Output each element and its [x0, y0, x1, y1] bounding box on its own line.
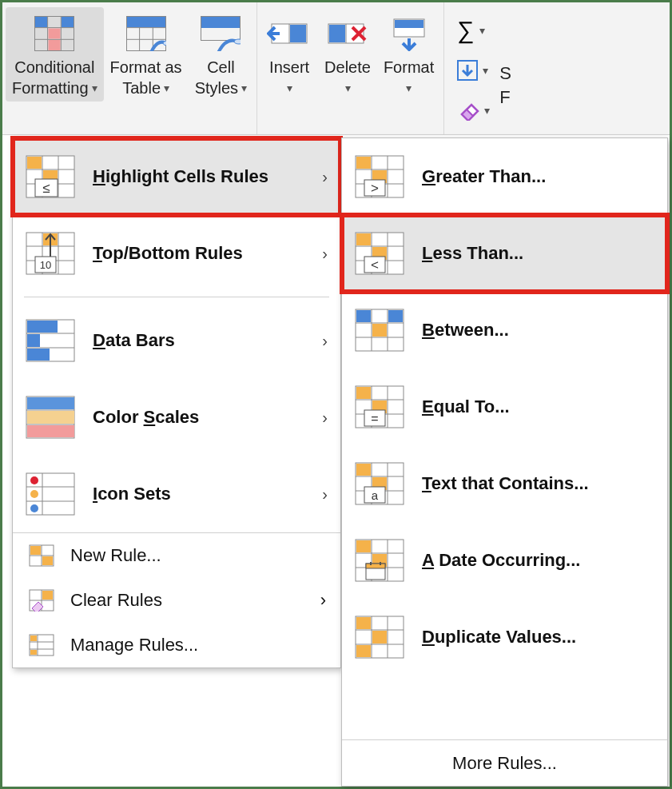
submenu-equal-to[interactable]: = Equal To... [342, 369, 667, 445]
submenu-less-than[interactable]: < Less Than... [342, 215, 667, 292]
chevron-down-icon: ▾ [92, 78, 97, 98]
submenu-duplicate-values[interactable]: Duplicate Values... [342, 599, 667, 675]
menu-clear-rules[interactable]: Clear Rules › [13, 578, 340, 623]
chevron-right-icon: › [322, 485, 328, 504]
label: Between... [422, 320, 654, 341]
label: Cell [207, 57, 234, 78]
autosum-button[interactable]: ∑ ▾ [457, 12, 490, 49]
svg-rect-78 [30, 650, 37, 655]
svg-rect-141 [356, 645, 371, 657]
svg-rect-68 [42, 556, 53, 565]
label: Table [122, 78, 161, 98]
format-button[interactable]: Format ▾ [377, 7, 440, 102]
insert-button[interactable]: Insert ▾ [260, 7, 318, 102]
label: Text that Contains... [422, 473, 654, 494]
eraser-icon [457, 100, 479, 121]
new-rule-icon [27, 543, 56, 568]
submenu-date-occurring[interactable]: A Date Occurring... [342, 522, 667, 599]
svg-rect-49 [27, 334, 40, 347]
clear-button[interactable]: ▾ [457, 92, 490, 129]
menu-top-bottom-rules[interactable]: 10 Top/Bottom Rules › [13, 215, 340, 292]
label: Data Bars [93, 330, 304, 351]
svg-rect-26 [395, 20, 423, 28]
svg-rect-8 [49, 40, 61, 50]
app-frame: Conditional Formatting ▾ [0, 0, 672, 789]
greater-than-icon: > [355, 155, 404, 198]
label: Format as [110, 57, 182, 78]
svg-rect-103 [388, 310, 403, 322]
svg-rect-24 [329, 25, 345, 42]
submenu-text-contains[interactable]: a Text that Contains... [342, 445, 667, 522]
menu-manage-rules[interactable]: Manage Rules... [13, 623, 340, 667]
label: A Date Occurring... [422, 550, 654, 571]
chevron-down-icon: ▾ [483, 64, 488, 77]
fill-button[interactable]: ▾ [457, 52, 490, 89]
svg-rect-50 [27, 349, 50, 361]
ribbon-group-editing: ∑ ▾ ▾ ▾ [444, 2, 521, 134]
svg-rect-77 [30, 636, 37, 641]
svg-rect-140 [372, 631, 387, 644]
svg-rect-131 [366, 564, 385, 568]
conditional-formatting-button[interactable]: Conditional Formatting ▾ [6, 7, 104, 102]
svg-rect-54 [27, 397, 74, 409]
label: Delete [324, 57, 371, 78]
svg-rect-93 [356, 233, 371, 245]
svg-text:>: > [371, 181, 379, 196]
label: Format [384, 57, 434, 78]
svg-rect-7 [49, 29, 61, 39]
chevron-right-icon: › [322, 408, 328, 427]
sigma-icon: ∑ [457, 17, 474, 44]
conditional-formatting-icon [32, 12, 77, 55]
cell-styles-button[interactable]: Cell Styles ▾ [189, 7, 253, 102]
svg-rect-72 [42, 591, 53, 600]
submenu-more-rules[interactable]: More Rules... [342, 739, 667, 786]
text-contains-icon: a [355, 462, 404, 505]
menu-icon-sets[interactable]: Icon Sets › [13, 456, 340, 532]
svg-rect-33 [27, 157, 42, 169]
date-occurring-icon [355, 539, 404, 582]
chevron-right-icon: › [320, 590, 326, 611]
label: Greater Than... [422, 166, 654, 187]
conditional-formatting-menu: ≤ Highlight Cells Rules › 10 Top/Bottom … [12, 137, 341, 668]
ribbon: Conditional Formatting ▾ [2, 2, 670, 135]
chevron-right-icon: › [322, 168, 328, 186]
less-than-icon: < [355, 232, 404, 275]
label: Less Than... [422, 243, 654, 264]
submenu-greater-than[interactable]: > Greater Than... [342, 138, 667, 215]
format-icon [387, 12, 431, 55]
svg-rect-5 [35, 17, 47, 27]
format-as-table-button[interactable]: Format as Table ▾ [104, 7, 189, 102]
highlight-cells-submenu: > Greater Than... < Less Than... Between… [341, 137, 668, 787]
svg-point-61 [30, 476, 38, 484]
chevron-down-icon: ▾ [479, 24, 485, 37]
clear-rules-icon [27, 588, 56, 613]
menu-data-bars[interactable]: Data Bars › [13, 302, 340, 379]
svg-rect-14 [127, 17, 165, 27]
svg-rect-21 [290, 25, 306, 42]
separator [24, 297, 329, 297]
delete-button[interactable]: Delete ▾ [318, 7, 377, 102]
equal-to-icon: = [355, 385, 404, 428]
svg-point-62 [30, 490, 38, 498]
chevron-right-icon: › [322, 245, 328, 263]
svg-rect-55 [27, 411, 74, 424]
menu-highlight-cells-rules[interactable]: ≤ Highlight Cells Rules › [13, 138, 340, 215]
delete-icon [325, 12, 370, 55]
menu-color-scales[interactable]: Color Scales › [13, 379, 340, 456]
svg-point-63 [30, 504, 38, 512]
svg-rect-119 [356, 464, 371, 476]
menu-bottom-section: New Rule... Clear Rules › Manage Rules..… [13, 532, 340, 667]
insert-icon [267, 12, 312, 55]
label: Equal To... [422, 396, 654, 417]
label: Formatting [12, 78, 89, 98]
label: Styles [195, 78, 238, 98]
ribbon-group-cells: Insert ▾ Delete ▾ [257, 2, 444, 134]
submenu-between[interactable]: Between... [342, 292, 667, 369]
label: Highlight Cells Rules [93, 166, 304, 187]
svg-rect-48 [27, 321, 58, 333]
menu-new-rule[interactable]: New Rule... [13, 533, 340, 578]
label: New Rule... [70, 545, 161, 566]
chevron-down-icon: ▾ [484, 104, 490, 117]
label: S [499, 63, 511, 84]
svg-text:≤: ≤ [42, 181, 50, 196]
